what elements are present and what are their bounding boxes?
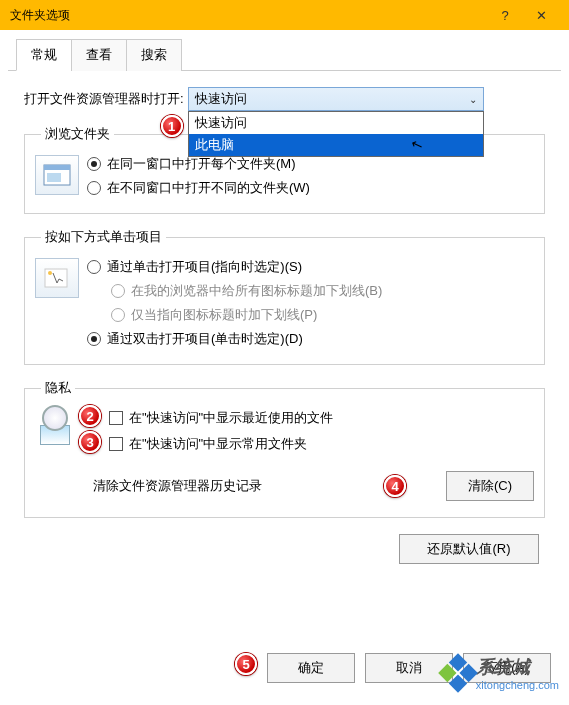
tab-panel-general: 打开文件资源管理器时打开: 快速访问 ⌄ 快速访问 此电脑 ↖ 1 浏览文件夹: [0, 71, 569, 574]
dialog-buttons: 5 确定 取消 应用(A): [0, 641, 569, 695]
tab-view[interactable]: 查看: [71, 39, 127, 71]
apply-button[interactable]: 应用(A): [463, 653, 551, 683]
privacy-legend: 隐私: [41, 379, 75, 397]
radio-underline-hover: 仅当指向图标标题时加下划线(P): [111, 306, 382, 324]
radio-icon: [111, 308, 125, 322]
open-with-combo-wrap: 快速访问 ⌄ 快速访问 此电脑 ↖ 1: [188, 87, 545, 111]
titlebar-controls: ? ✕: [487, 0, 559, 30]
svg-rect-2: [47, 173, 61, 182]
svg-rect-1: [44, 165, 70, 170]
tab-general[interactable]: 常规: [16, 39, 72, 71]
radio-single-click[interactable]: 通过单击打开项目(指向时选定)(S): [87, 258, 382, 276]
checkbox-frequent-folders[interactable]: 在"快速访问"中显示常用文件夹: [109, 435, 534, 453]
marker-5: 5: [235, 653, 257, 675]
click-items-group: 按如下方式单击项目 通过单击打开项目(指向时选定)(S) 在我的浏览器中给所有图…: [24, 228, 545, 365]
radio-same-window[interactable]: 在同一窗口中打开每个文件夹(M): [87, 155, 310, 173]
radio-double-click[interactable]: 通过双击打开项目(单击时选定)(D): [87, 330, 382, 348]
radio-icon: [87, 157, 101, 171]
open-with-label: 打开文件资源管理器时打开:: [24, 90, 184, 108]
radio-icon: [87, 181, 101, 195]
folder-window-icon: [35, 155, 79, 195]
window-title: 文件夹选项: [10, 7, 70, 24]
radio-icon: [87, 260, 101, 274]
dropdown-item-this-pc[interactable]: 此电脑 ↖: [189, 134, 483, 156]
close-button[interactable]: ✕: [523, 0, 559, 30]
radio-underline-all: 在我的浏览器中给所有图标标题加下划线(B): [111, 282, 382, 300]
open-with-dropdown: 快速访问 此电脑 ↖: [188, 111, 484, 157]
restore-defaults-button[interactable]: 还原默认值(R): [399, 534, 539, 564]
privacy-group: 隐私 2 在"快速访问"中显示最近使用的文件 3 在: [24, 379, 545, 518]
open-with-combo[interactable]: 快速访问 ⌄: [188, 87, 484, 111]
ok-button[interactable]: 确定: [267, 653, 355, 683]
click-cursor-icon: [35, 258, 79, 298]
open-with-row: 打开文件资源管理器时打开: 快速访问 ⌄ 快速访问 此电脑 ↖ 1: [24, 87, 545, 111]
tab-search[interactable]: 搜索: [126, 39, 182, 71]
help-button[interactable]: ?: [487, 0, 523, 30]
checkbox-icon: [109, 437, 123, 451]
checkbox-recent-files[interactable]: 在"快速访问"中显示最近使用的文件: [109, 409, 534, 427]
dropdown-item-quick-access[interactable]: 快速访问: [189, 112, 483, 134]
combo-selected-text: 快速访问: [195, 90, 247, 108]
cursor-icon: ↖: [408, 134, 425, 153]
click-items-legend: 按如下方式单击项目: [41, 228, 166, 246]
marker-4: 4: [384, 475, 406, 497]
radio-icon: [87, 332, 101, 346]
marker-3: 3: [79, 431, 101, 453]
clear-history-label: 清除文件资源管理器历史记录: [93, 477, 262, 495]
marker-2: 2: [79, 405, 101, 427]
svg-rect-3: [45, 269, 67, 287]
radio-icon: [111, 284, 125, 298]
clear-button[interactable]: 清除(C): [446, 471, 534, 501]
tab-strip: 常规 查看 搜索: [8, 38, 561, 71]
browse-folders-legend: 浏览文件夹: [41, 125, 114, 143]
privacy-icon: [35, 405, 75, 445]
marker-1: 1: [161, 115, 183, 137]
radio-diff-window[interactable]: 在不同窗口中打开不同的文件夹(W): [87, 179, 310, 197]
cancel-button[interactable]: 取消: [365, 653, 453, 683]
chevron-down-icon: ⌄: [469, 94, 477, 105]
svg-point-4: [48, 271, 52, 275]
titlebar: 文件夹选项 ? ✕: [0, 0, 569, 30]
checkbox-icon: [109, 411, 123, 425]
clock-icon: [42, 405, 68, 431]
